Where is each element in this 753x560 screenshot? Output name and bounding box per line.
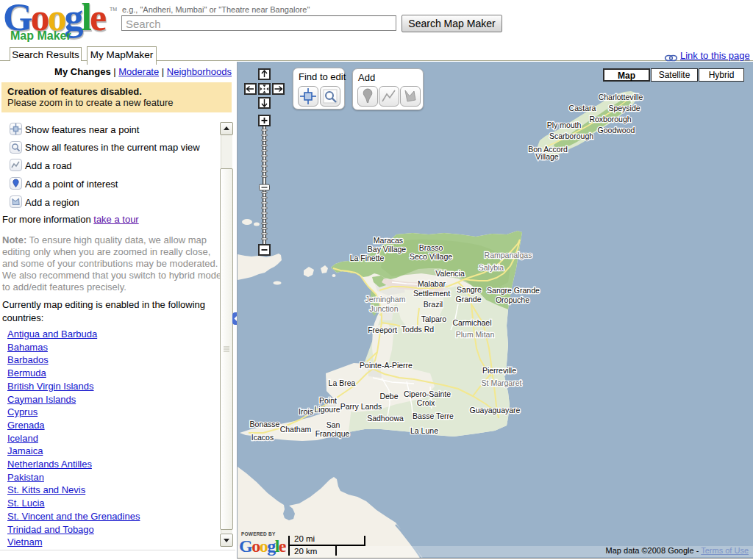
svg-text:Parry Lands: Parry Lands <box>340 402 382 411</box>
svg-text:La Brea: La Brea <box>329 378 356 387</box>
svg-text:Settlement: Settlement <box>413 289 450 298</box>
svg-text:Rampanalgas: Rampanalgas <box>485 251 532 259</box>
svg-text:Grande: Grande <box>455 295 481 304</box>
svg-text:La Lune: La Lune <box>410 426 438 435</box>
svg-text:Pointe-A-Pierre: Pointe-A-Pierre <box>360 361 413 370</box>
svg-text:Croix: Croix <box>417 398 435 407</box>
svg-text:Charlotteville: Charlotteville <box>599 93 643 101</box>
svg-text:Jerningham: Jerningham <box>365 295 406 304</box>
svg-text:Seco Village: Seco Village <box>410 252 452 261</box>
svg-text:La Finette: La Finette <box>350 254 385 262</box>
svg-text:Brasso: Brasso <box>419 243 443 252</box>
svg-text:Cipero-Sainte: Cipero-Sainte <box>404 390 451 398</box>
svg-text:Goodwood: Goodwood <box>598 126 635 134</box>
svg-text:Junction: Junction <box>369 304 398 313</box>
svg-text:Plum Mitan: Plum Mitan <box>456 330 495 339</box>
svg-text:Village: Village <box>535 152 558 161</box>
svg-text:Todds Rd: Todds Rd <box>402 325 435 334</box>
svg-text:Pierreville: Pierreville <box>482 366 516 375</box>
svg-text:Talparo: Talparo <box>421 315 447 323</box>
svg-text:Ply mouth: Ply mouth <box>547 121 582 129</box>
svg-text:St Margaret: St Margaret <box>482 378 522 387</box>
svg-text:Sangre: Sangre <box>457 285 482 294</box>
svg-text:Brazil: Brazil <box>424 300 443 309</box>
svg-text:Speyside: Speyside <box>608 104 640 112</box>
svg-text:Point: Point <box>319 396 337 405</box>
svg-text:Irois: Irois <box>299 407 313 416</box>
svg-text:Francique: Francique <box>315 429 350 438</box>
svg-text:Basse Terre: Basse Terre <box>413 412 454 420</box>
svg-text:Debe: Debe <box>379 392 398 401</box>
svg-text:Carmichael: Carmichael <box>452 318 491 327</box>
svg-text:Malabar: Malabar <box>418 279 446 288</box>
svg-text:Ligoure: Ligoure <box>314 405 340 414</box>
svg-text:Maracas: Maracas <box>374 236 403 245</box>
svg-text:Castara: Castara <box>569 104 596 112</box>
svg-text:Freeport: Freeport <box>368 326 397 334</box>
svg-text:Oropuche: Oropuche <box>496 295 529 304</box>
svg-text:Valencia: Valencia <box>435 269 465 278</box>
svg-text:20 mi: 20 mi <box>294 534 315 543</box>
svg-text:Guayaguayare: Guayaguayare <box>470 406 521 414</box>
svg-text:Bonasse: Bonasse <box>250 420 280 428</box>
svg-text:Bay Village: Bay Village <box>368 245 407 254</box>
svg-text:Chatham: Chatham <box>280 425 312 434</box>
svg-text:Roxborough: Roxborough <box>589 115 631 123</box>
svg-text:San: San <box>326 420 340 429</box>
svg-text:Scarborough: Scarborough <box>549 132 593 140</box>
svg-text:Sangre Grande: Sangre Grande <box>487 286 540 295</box>
svg-text:Icacos: Icacos <box>251 433 274 442</box>
svg-text:Salybia: Salybia <box>479 263 504 272</box>
svg-text:Sadhoowa: Sadhoowa <box>367 414 404 423</box>
